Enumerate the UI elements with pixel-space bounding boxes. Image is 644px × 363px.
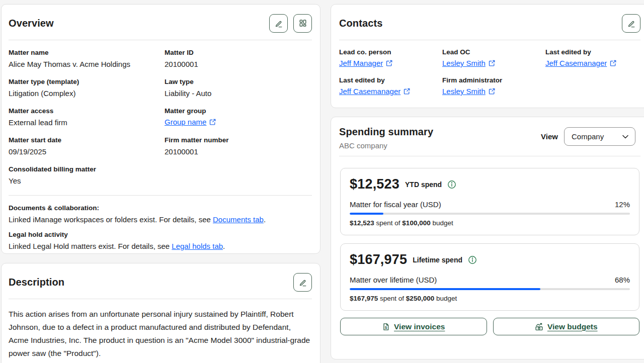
description-edit-button[interactable] xyxy=(293,273,312,292)
overview-fields: Matter name Alice May Thomas v. Acme Hol… xyxy=(9,48,312,186)
legal-hold-note: Legal hold activity Linked Legal Hold ma… xyxy=(9,231,312,251)
contact-link[interactable]: Jeff Manager xyxy=(339,59,383,67)
field-matter-id: Matter ID 20100001 xyxy=(165,48,312,69)
lifetime-label: Lifetime spend xyxy=(413,256,462,264)
lifetime-meter-label: Matter over lifetime (USD) xyxy=(350,276,437,284)
view-select[interactable]: Company xyxy=(564,127,635,146)
ytd-amount: $12,523 xyxy=(350,176,399,192)
external-link-icon xyxy=(385,59,393,67)
overview-title: Overview xyxy=(9,18,54,29)
overview-edit-button[interactable] xyxy=(269,14,288,33)
invoice-document-icon xyxy=(382,323,390,331)
documents-collaboration-note: Documents & collaboration: Linked iManag… xyxy=(9,204,312,225)
contacts-divider xyxy=(339,40,640,40)
contacts-grid: Lead co. person Jeff Manager Lead OC Les… xyxy=(339,48,640,96)
lifetime-amount: $167,975 xyxy=(350,252,407,267)
field-matter-access: Matter access External lead firm xyxy=(9,107,165,128)
matter-group-link[interactable]: Group name xyxy=(165,118,206,126)
contact-last-edited-by: Last edited by Jeff Casemanager xyxy=(545,48,640,68)
overview-card: Overview Matter name Alice May Thomas v.… xyxy=(1,4,320,254)
contact-firm-administrator: Firm administrator Lesley Smith xyxy=(442,76,545,96)
field-firm-matter-number: Firm matter number 20100001 xyxy=(165,136,312,157)
contact-link[interactable]: Lesley Smith xyxy=(442,87,486,96)
spending-divider xyxy=(339,156,640,156)
description-title: Description xyxy=(9,277,64,288)
overview-header: Overview xyxy=(9,14,312,33)
overview-divider-2 xyxy=(9,195,312,196)
info-icon[interactable] xyxy=(468,255,477,264)
description-header: Description xyxy=(9,273,312,292)
ytd-percent: 12% xyxy=(615,200,630,209)
field-matter-start-date: Matter start date 09/19/2025 xyxy=(9,136,165,157)
dashboard-grid-icon xyxy=(297,18,308,29)
view-invoices-button[interactable]: View invoices xyxy=(340,318,487,335)
contacts-edit-button[interactable] xyxy=(622,14,640,33)
overview-divider xyxy=(9,40,312,40)
overview-layout-button[interactable] xyxy=(293,14,312,33)
pencil-icon xyxy=(626,18,636,29)
ytd-label: YTD spend xyxy=(405,180,442,189)
external-link-icon xyxy=(403,87,411,95)
info-icon[interactable] xyxy=(447,180,456,189)
contact-link[interactable]: Jeff Casemanager xyxy=(339,87,400,96)
lifetime-progress-track xyxy=(350,288,630,290)
external-link-icon xyxy=(609,59,617,67)
spending-subtitle: ABC company xyxy=(339,141,433,150)
contact-link[interactable]: Jeff Casemanager xyxy=(545,59,607,67)
external-link-icon xyxy=(488,87,496,95)
contacts-title: Contacts xyxy=(339,18,382,29)
pencil-icon xyxy=(273,18,284,29)
spending-summary-card: Spending summary ABC company View Compan… xyxy=(331,117,644,359)
contacts-card: Contacts Lead co. person Jeff Manager Le… xyxy=(331,4,644,108)
spending-title: Spending summary xyxy=(339,126,433,138)
view-label: View xyxy=(541,132,558,141)
field-consolidated-billing: Consolidated billing matter Yes xyxy=(9,165,165,186)
ytd-progress-track xyxy=(350,213,630,215)
contact-lead-co-person: Lead co. person Jeff Manager xyxy=(339,48,442,68)
contact-last-edited-by-2: Last edited by Jeff Casemanager xyxy=(339,76,442,96)
description-divider xyxy=(9,299,312,299)
field-matter-name: Matter name Alice May Thomas v. Acme Hol… xyxy=(9,48,165,69)
legal-holds-tab-link[interactable]: Legal holds tab xyxy=(172,242,223,250)
field-law-type: Law type Liability - Auto xyxy=(165,77,312,99)
lifetime-spent-line: $167,975 spent of $250,000 budget xyxy=(350,295,630,302)
lifetime-progress-fill xyxy=(350,288,540,290)
right-column: Contacts Lead co. person Jeff Manager Le… xyxy=(331,4,644,363)
view-budgets-button[interactable]: View budgets xyxy=(493,318,640,335)
ytd-progress-fill xyxy=(350,213,383,215)
field-matter-type: Matter type (template) Litigation (Compl… xyxy=(9,77,165,99)
lifetime-percent: 68% xyxy=(615,276,630,284)
view-select-value: Company xyxy=(572,132,604,141)
external-link-icon xyxy=(209,118,216,126)
ytd-meter-label: Matter for fiscal year (USD) xyxy=(350,200,441,209)
ytd-spend-card: $12,523 YTD spend Matter for fiscal year… xyxy=(340,168,639,235)
contacts-header: Contacts xyxy=(339,14,640,33)
description-card: Description This action arises from an u… xyxy=(1,263,320,363)
contact-link[interactable]: Lesley Smith xyxy=(442,59,486,67)
field-matter-group: Matter group Group name xyxy=(165,107,312,128)
ytd-spent-line: $12,523 spent of $100,000 budget xyxy=(350,219,630,227)
documents-tab-link[interactable]: Documents tab xyxy=(213,215,264,224)
description-text: This action arises from an unfortunate p… xyxy=(9,308,312,360)
external-link-icon xyxy=(488,59,496,67)
chevron-down-icon xyxy=(622,133,629,140)
left-column: Overview Matter name Alice May Thomas v.… xyxy=(1,4,320,363)
lifetime-spend-card: $167,975 Lifetime spend Matter over life… xyxy=(340,243,639,311)
money-trend-icon xyxy=(535,323,543,331)
contact-lead-oc: Lead OC Lesley Smith xyxy=(442,48,545,68)
spending-header: Spending summary ABC company View Compan… xyxy=(339,126,640,150)
pencil-icon xyxy=(297,277,308,288)
